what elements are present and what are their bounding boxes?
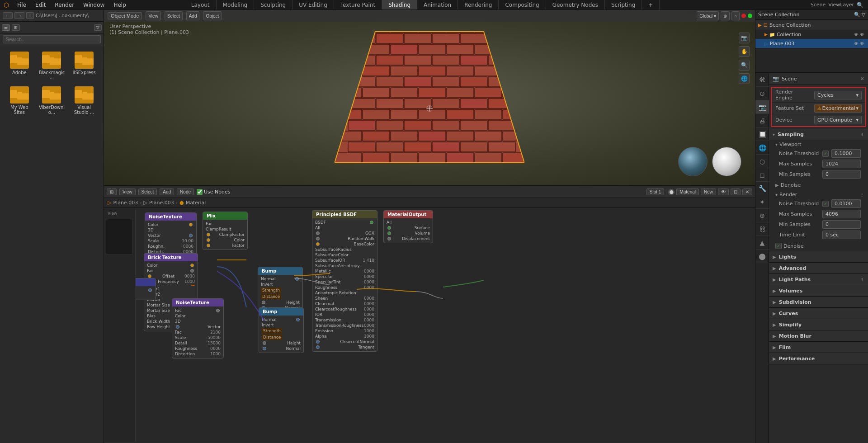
close-props-btn[interactable]: ✕ <box>860 76 864 82</box>
material-dropdown[interactable]: Material <box>676 189 699 195</box>
render-subsection-header[interactable]: ▾ Render ⋮ <box>775 191 864 198</box>
vp-object-btn[interactable]: Object <box>203 11 222 20</box>
nav-back-button[interactable]: ← <box>3 12 13 19</box>
new-material-btn[interactable]: New <box>701 189 716 195</box>
denoise-checkbox[interactable] <box>775 243 782 249</box>
prop-tab-active-tool[interactable]: 🛠 <box>755 73 769 87</box>
zoom-gizmo-btn[interactable]: 🔍 <box>739 60 750 71</box>
tab-animation[interactable]: Animation <box>417 0 458 9</box>
menu-window[interactable]: Window <box>79 0 109 9</box>
file-item-adobe[interactable]: Adobe <box>5 50 34 82</box>
node-bump-1[interactable]: Bump Normal Invert Strength Distance Hei… <box>258 267 303 312</box>
advanced-header[interactable]: ▶ Advanced <box>769 263 868 273</box>
node-noise-texture-1[interactable]: NoiseTexture Color 3D Vector Scale10.00 … <box>145 212 197 256</box>
menu-file[interactable]: File <box>13 0 31 9</box>
tab-rendering[interactable]: Rendering <box>458 0 499 9</box>
menu-render[interactable]: Render <box>50 0 79 9</box>
menu-help[interactable]: Help <box>109 0 130 9</box>
search-input[interactable] <box>3 35 101 43</box>
node-mix[interactable]: Mix Fac. ClampResult ClampFactor Color F… <box>203 212 248 250</box>
sampling-section-header[interactable]: ▾ Sampling ⋮ <box>769 129 868 140</box>
simplify-header[interactable]: ▶ Simplify <box>769 319 868 330</box>
feature-set-dropdown[interactable]: ⚠ Experimental ▾ <box>814 104 862 113</box>
tab-scripting[interactable]: Scripting <box>605 0 642 9</box>
ne-breadcrumb-plane2-label[interactable]: Plane.003 <box>149 200 174 206</box>
use-nodes-toggle[interactable]: Use Nodes <box>197 189 231 195</box>
node-principled-bsdf[interactable]: Principled BSDF BSDF All GGX RandomWalk … <box>312 210 377 352</box>
prop-tab-scene-props[interactable]: 🌐 <box>755 141 769 155</box>
file-item-visualstudio[interactable]: Visual Studio ... <box>69 85 99 117</box>
prop-tab-view-layer[interactable]: 🔲 <box>755 127 769 141</box>
render-options-icon[interactable]: ⋮ <box>860 192 864 197</box>
snap-btn[interactable]: ⊕ <box>721 11 730 20</box>
prop-tab-particles[interactable]: ✦ <box>755 195 769 209</box>
tab-texture-paint[interactable]: Texture Paint <box>334 0 382 9</box>
node-uv-input[interactable]: UV Vector Point <box>136 278 156 300</box>
prop-tab-scene[interactable]: ⊙ <box>755 87 769 100</box>
menu-edit[interactable]: Edit <box>31 0 50 9</box>
proportional-edit-btn[interactable]: ○ <box>731 11 740 20</box>
tab-compositing[interactable]: Compositing <box>499 0 546 9</box>
prop-tab-constraints[interactable]: ⛓ <box>755 222 769 236</box>
tab-geometry-nodes[interactable]: Geometry Nodes <box>546 0 605 9</box>
prop-tab-object[interactable]: ◻ <box>755 168 769 182</box>
tab-add[interactable]: + <box>642 0 660 9</box>
tab-shading[interactable]: Shading <box>382 0 417 9</box>
ne-left-item[interactable]: View <box>104 210 135 217</box>
curves-header[interactable]: ▶ Curves <box>769 308 868 319</box>
render-engine-dropdown[interactable]: Cycles ▾ <box>814 91 862 99</box>
filter-button[interactable]: ▽ <box>94 24 102 31</box>
file-item-viberdownlo[interactable]: ViberDownlo... <box>37 85 67 117</box>
render-min-samples-value[interactable]: 0 <box>822 220 861 229</box>
vp-view-btn[interactable]: View <box>146 11 161 20</box>
camera-gizmo-btn[interactable]: 📷 <box>739 33 750 43</box>
nav-forward-button[interactable]: → <box>14 12 24 19</box>
tab-sculpting[interactable]: Sculpting <box>254 0 292 9</box>
node-material-output[interactable]: MaterialOutput All Surface Volume Displa… <box>383 210 433 243</box>
vp-min-samples-value[interactable]: 0 <box>822 170 861 179</box>
render-noise-threshold-checkbox[interactable] <box>822 201 829 207</box>
ne-select-btn[interactable]: Select <box>138 189 157 195</box>
viewport-subsection-header[interactable]: ▾ Viewport <box>775 141 864 148</box>
prop-tab-render[interactable]: 📷 <box>755 100 769 114</box>
denoise-header-2[interactable]: Denoise <box>775 242 864 250</box>
grid-view-button[interactable]: ⊞ <box>12 24 20 31</box>
light-paths-header[interactable]: ▶ Light Paths ⋮ <box>769 274 868 285</box>
collection-item-collection[interactable]: ▶ 📁 Collection 👁 👁 <box>755 30 868 39</box>
ne-editor-type-btn[interactable]: ⊞ <box>107 189 117 195</box>
light-paths-options-icon[interactable]: ⋮ <box>860 277 864 282</box>
tab-modeling[interactable]: Modeling <box>217 0 255 9</box>
sampling-options-icon[interactable]: ⋮ <box>860 132 864 137</box>
motion-blur-header[interactable]: ▶ Motion Blur <box>769 330 868 341</box>
ne-render-btn[interactable]: ⊡ <box>731 189 741 195</box>
search-icon[interactable]: 🔍 <box>857 2 863 8</box>
global-dropdown[interactable]: Global ▾ <box>697 11 719 20</box>
prop-tab-material[interactable]: ⬤ <box>755 250 769 263</box>
prop-tab-world[interactable]: ○ <box>755 155 769 168</box>
denoise-header-1[interactable]: ▶ Denoise <box>775 181 864 189</box>
vp-noise-threshold-checkbox[interactable] <box>822 151 829 157</box>
film-header[interactable]: ▶ Film <box>769 342 868 353</box>
file-item-mywebsites[interactable]: My Web Sites <box>5 85 34 117</box>
slot-dropdown[interactable]: Slot 1 <box>646 189 665 195</box>
ne-breadcrumb-plane[interactable]: Plane.003 <box>113 200 138 206</box>
lights-header[interactable]: ▶ Lights <box>769 251 868 262</box>
node-bump-2[interactable]: Bump Normal Invert Strength Distance Hei… <box>259 307 304 353</box>
nav-up-button[interactable]: ↑ <box>26 12 34 19</box>
prop-tab-output[interactable]: 🖨 <box>755 114 769 127</box>
render-noise-threshold-value[interactable]: 0.0100 <box>831 199 861 208</box>
ne-breadcrumb-material[interactable]: Material <box>186 200 206 206</box>
vp-select-btn[interactable]: Select <box>165 11 183 20</box>
collection-item-plane003[interactable]: ▷ Plane.003 👁 👁 <box>755 39 868 48</box>
file-item-iisexpress[interactable]: IISExpress <box>69 50 99 82</box>
node-noise-texture-2[interactable]: NoiseTexture Fac Color 3D Vector Fac2100… <box>172 298 224 358</box>
tab-uv-editing[interactable]: UV Editing <box>292 0 334 9</box>
node-canvas[interactable]: NoiseTexture Color 3D Vector Scale10.00 … <box>136 208 755 442</box>
viewport-canvas[interactable]: 📷 ✋ 🔍 🌐 <box>104 10 755 185</box>
ne-close-btn[interactable]: ✕ <box>742 189 752 195</box>
ne-view-btn[interactable]: View <box>119 189 136 195</box>
volumes-header[interactable]: ▶ Volumes <box>769 285 868 296</box>
object-mode-dropdown[interactable]: Object Mode <box>108 12 142 19</box>
hand-gizmo-btn[interactable]: ✋ <box>739 46 750 57</box>
render-max-samples-value[interactable]: 4096 <box>822 210 861 218</box>
